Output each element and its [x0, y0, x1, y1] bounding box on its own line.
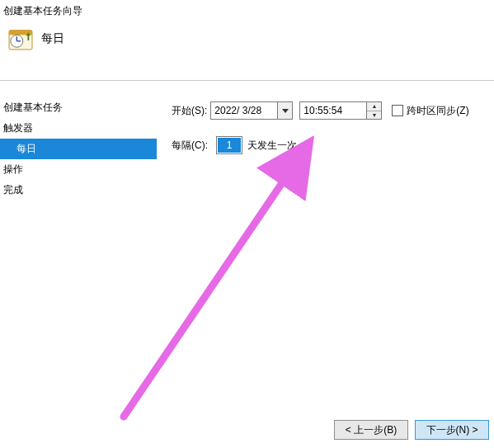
sidebar-item-finish[interactable]: 完成 [0, 180, 157, 200]
annotation-arrow [0, 0, 494, 448]
clock-icon [8, 27, 33, 50]
sidebar-item-label: 操作 [3, 163, 23, 175]
spin-down-icon[interactable]: ▼ [367, 111, 381, 120]
interval-label: 每隔(C): [172, 139, 208, 153]
start-date-value: 2022/ 3/28 [214, 105, 261, 116]
interval-value: 1 [218, 138, 241, 153]
page-title: 每日 [41, 31, 64, 46]
header-separator [0, 80, 494, 81]
svg-rect-5 [27, 35, 29, 40]
sidebar-item-create-basic-task[interactable]: 创建基本任务 [0, 97, 157, 118]
start-label: 开始(S): [172, 104, 207, 118]
interval-input[interactable]: 1 [216, 136, 242, 154]
interval-suffix: 天发生一次 [247, 139, 297, 153]
sidebar-item-label: 完成 [3, 184, 23, 196]
spin-up-icon[interactable]: ▲ [367, 102, 381, 111]
back-button[interactable]: < 上一步(B) [334, 420, 408, 440]
next-button[interactable]: 下一步(N) > [415, 420, 489, 440]
sidebar-item-label: 触发器 [3, 122, 33, 134]
sidebar-item-trigger[interactable]: 触发器 [0, 118, 157, 139]
start-date-picker[interactable]: 2022/ 3/28 [210, 101, 293, 120]
start-time-value: 10:55:54 [303, 105, 342, 116]
row-interval: 每隔(C): 1 天发生一次 [172, 135, 491, 155]
sync-timezone-label: 跨时区同步(Z) [407, 104, 468, 118]
start-time-spinner[interactable]: 10:55:54 ▲ ▼ [299, 101, 382, 120]
sidebar-item-label: 每日 [16, 143, 36, 154]
wizard-title: 创建基本任务向导 [3, 4, 82, 18]
form-main: 开始(S): 2022/ 3/28 10:55:54 ▲ ▼ 跨时区同步(Z) … [172, 101, 491, 170]
wizard-sidebar: 创建基本任务 触发器 每日 操作 完成 [0, 97, 157, 200]
wizard-button-bar: < 上一步(B) 下一步(N) > [334, 420, 489, 440]
sidebar-item-action[interactable]: 操作 [0, 159, 157, 180]
back-button-label: < 上一步(B) [346, 423, 397, 437]
sync-timezone-checkbox[interactable] [392, 105, 403, 116]
time-spin-buttons[interactable]: ▲ ▼ [366, 102, 381, 119]
sidebar-item-label: 创建基本任务 [3, 101, 63, 113]
row-start: 开始(S): 2022/ 3/28 10:55:54 ▲ ▼ 跨时区同步(Z) [172, 101, 491, 120]
next-button-label: 下一步(N) > [426, 423, 478, 437]
chevron-down-icon[interactable] [277, 102, 292, 119]
sidebar-item-daily[interactable]: 每日 [0, 139, 157, 159]
